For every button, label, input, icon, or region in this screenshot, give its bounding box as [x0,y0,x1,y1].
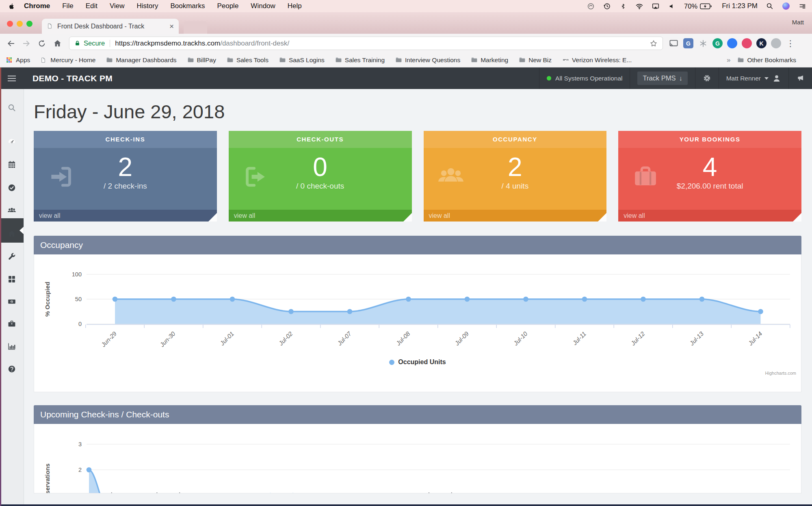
bookmark-item[interactable]: Interview Questions [395,56,460,64]
blue-circle-icon[interactable] [727,38,737,48]
bookmark-favicon [737,56,744,64]
sidebar-item-money[interactable] [0,293,24,311]
apple-menu-icon[interactable] [6,2,18,10]
close-window-button[interactable] [7,21,13,27]
airplay-icon[interactable] [652,2,660,10]
x-tick-label: Jul-10 [512,330,529,347]
highcharts-credit[interactable]: Highcharts.com [34,371,801,376]
stat-card-check-outs[interactable]: CHECK-OUTS0/ 0 check-outsview all [229,131,412,222]
grammarly-icon[interactable]: G [712,38,723,48]
view-all-link[interactable]: view all [229,210,412,222]
gray-circle-icon[interactable] [771,38,781,48]
home-button[interactable] [51,37,63,50]
sidebar-toggle-icon[interactable] [0,76,24,81]
back-button[interactable] [5,37,17,50]
stat-card-your-bookings[interactable]: YOUR BOOKINGS4$2,206.00 rent totalview a… [618,131,801,222]
address-bar[interactable]: Secure https://trackpmsdemo.trackhs.com … [69,37,663,50]
view-all-link[interactable]: view all [424,210,607,222]
forward-button[interactable] [20,37,32,50]
other-bookmarks[interactable]: Other Bookmarks [737,56,796,64]
bookmark-item[interactable]: Marketing [470,56,508,64]
sidebar-item-help[interactable] [0,360,24,378]
time-machine-icon[interactable] [603,2,611,10]
spotlight-icon[interactable] [766,2,774,10]
cast-icon[interactable] [669,38,679,48]
stat-cards-row: CHECK-INS2/ 2 check-insview allCHECK-OUT… [34,131,801,222]
bookmark-item[interactable]: Sales Training [335,56,385,64]
sidebar-item-grid[interactable] [0,270,24,288]
x-tick-label: Jun-29 [100,330,118,349]
bookmarks-overflow-chevron[interactable]: » [727,56,730,64]
browser-menu-icon[interactable]: ⋮ [786,39,795,48]
system-status[interactable]: All Systems Operational [539,67,630,89]
sidebar-item-users[interactable] [0,202,24,219]
sidebar-item-search[interactable] [0,99,24,117]
menu-item-window[interactable]: Window [245,2,281,10]
view-all-link[interactable]: view all [618,210,801,222]
browser-tab[interactable]: Front Desk Dashboard - Track × [42,19,179,34]
sidebar-item-home[interactable] [0,225,24,243]
zoom-window-button[interactable] [26,21,32,27]
window-controls[interactable] [7,21,32,27]
menu-bar-clock[interactable]: Fri 1:23 PM [722,2,758,10]
gear-icon[interactable] [703,74,711,83]
users-group-icon [437,163,464,190]
chevron-down-icon [764,77,769,80]
bookmark-item[interactable]: Verizon Wireless: E... [562,56,632,64]
wifi-icon[interactable] [635,2,643,10]
data-point-marker [113,297,118,302]
view-all-link[interactable]: view all [34,210,217,222]
stat-card-occupancy[interactable]: OCCUPANCY2/ 4 unitsview all [424,131,607,222]
k-circle-icon[interactable]: K [756,38,767,48]
bluetooth-icon[interactable] [619,2,627,10]
stat-card-check-ins[interactable]: CHECK-INS2/ 2 check-insview all [34,131,217,222]
data-point-marker [426,493,432,494]
sidebar-item-check-circle[interactable] [0,179,24,197]
sidebar-item-wrench[interactable] [0,248,24,265]
red-circle-icon[interactable] [742,38,752,48]
bookmarks-bar: AppsMercury - HomeManager DashboardsBill… [0,53,812,67]
bookmark-label: Sales Tools [236,56,269,64]
sidebar-item-calendar[interactable] [0,156,24,174]
menu-item-edit[interactable]: Edit [80,2,104,10]
menu-item-file[interactable]: File [56,2,79,10]
y-tick-label: 0 [78,321,82,327]
bookmark-favicon [470,56,478,64]
card-body: 2/ 2 check-ins [34,148,217,210]
menu-item-bookmarks[interactable]: Bookmarks [164,2,211,10]
menu-item-chrome[interactable]: Chrome [18,2,56,10]
tab-close-icon[interactable]: × [169,22,174,31]
sidebar-item-dashboard[interactable] [0,132,24,150]
data-point-marker [758,309,763,314]
browser-profile-name[interactable]: Matt [792,19,804,26]
minimize-window-button[interactable] [17,21,23,27]
bookmark-item[interactable]: Manager Dashboards [106,56,176,64]
bookmark-item[interactable]: SaaS Logins [279,56,325,64]
track-pms-button[interactable]: Track PMS ↓ [637,72,687,85]
announcements-icon[interactable] [796,74,805,83]
g-box-icon[interactable]: G [683,38,693,48]
new-tab-button[interactable] [184,21,207,34]
sidebar-item-bar-chart[interactable] [0,337,24,355]
menu-item-history[interactable]: History [130,2,164,10]
bookmark-star-icon[interactable] [650,39,658,48]
reload-button[interactable] [36,37,48,50]
user-menu[interactable]: Matt Renner [719,67,788,89]
bookmark-apps[interactable]: Apps [6,56,30,64]
battery-indicator[interactable]: 70% [684,2,712,10]
menu-item-view[interactable]: View [104,2,131,10]
sidebar-item-briefcase[interactable] [0,315,24,333]
siri-icon[interactable] [782,2,790,10]
bookmark-item[interactable]: Sales Tools [226,56,269,64]
volume-icon[interactable] [668,2,676,10]
chart-legend[interactable]: Occupied Units [34,357,801,367]
menu-item-help[interactable]: Help [281,2,308,10]
bookmark-item[interactable]: Mercury - Home [40,56,95,64]
bookmark-item[interactable]: New Biz [518,56,552,64]
asterisk-icon[interactable] [698,38,708,48]
bookmark-item[interactable]: BillPay [187,56,216,64]
creative-cloud-icon[interactable] [587,2,595,10]
menu-item-people[interactable]: People [211,2,245,10]
notification-center-icon[interactable] [798,2,806,10]
desktop-edge [0,67,1,506]
